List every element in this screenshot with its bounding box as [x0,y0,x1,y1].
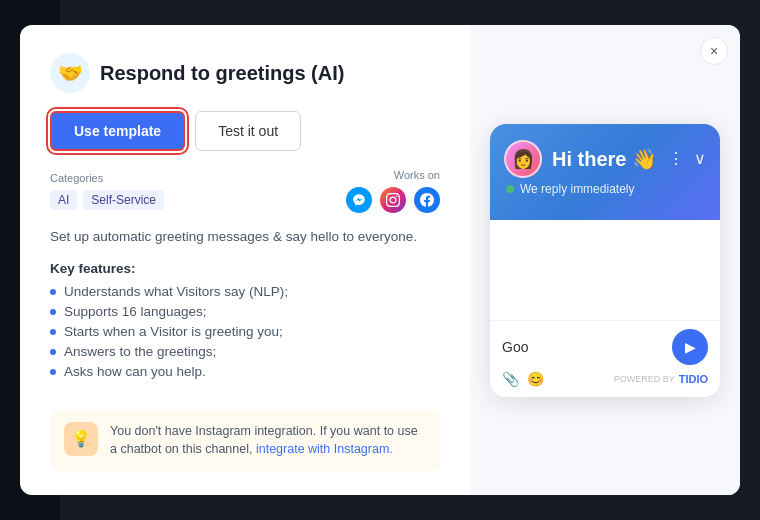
use-template-button[interactable]: Use template [50,111,185,151]
categories-label: Categories [50,172,164,184]
chat-footer: Goo ▶ 📎 😊 POWERED BY TIDIO [490,320,720,397]
modal-icon: 🤝 [50,53,90,93]
notice-icon: 💡 [64,422,98,456]
feature-item-1: Understands what Visitors say (NLP); [50,284,440,299]
features-list: Understands what Visitors say (NLP); Sup… [50,284,440,379]
messenger-icon [346,187,372,213]
chat-send-button[interactable]: ▶ [672,329,708,365]
powered-by: POWERED BY TIDIO [614,373,708,385]
facebook-icon [414,187,440,213]
feature-item-4: Answers to the greetings; [50,344,440,359]
left-panel: 🤝 Respond to greetings (AI) Use template… [20,25,470,495]
emoji-icon[interactable]: 😊 [527,371,544,387]
title-row: 🤝 Respond to greetings (AI) [50,53,440,93]
chat-header: 👩 Hi there 👋 ⋮ ∨ We reply immediately [490,124,720,220]
chat-input-value[interactable]: Goo [502,339,672,355]
chat-status: We reply immediately [504,182,706,196]
feature-item-2: Supports 16 languages; [50,304,440,319]
works-on-label: Works on [394,169,440,181]
chat-body [490,220,720,320]
chat-avatar: 👩 [504,140,542,178]
modal-overlay: × 🤝 Respond to greetings (AI) Use templa… [0,0,760,520]
chat-greeting: Hi there 👋 [552,147,668,171]
modal-title: Respond to greetings (AI) [100,62,344,85]
dots-icon[interactable]: ⋮ [668,149,684,168]
chat-emoji-row: 📎 😊 POWERED BY TIDIO [502,371,708,387]
categories-section: Categories AI Self-Service [50,172,164,210]
close-button[interactable]: × [700,37,728,65]
instagram-notice: 💡 You don't have Instagram integration. … [50,410,440,472]
description-text: Set up automatic greeting messages & say… [50,227,440,247]
chat-header-top: 👩 Hi there 👋 ⋮ ∨ [504,140,706,178]
tag-list: AI Self-Service [50,190,164,210]
modal-dialog: × 🤝 Respond to greetings (AI) Use templa… [20,25,740,495]
tidio-logo: TIDIO [679,373,708,385]
feature-item-3: Starts when a Visitor is greeting you; [50,324,440,339]
chat-header-actions: ⋮ ∨ [668,149,706,168]
instagram-link[interactable]: integrate with Instagram. [256,442,393,456]
test-it-out-button[interactable]: Test it out [195,111,301,151]
works-on-section: Works on [346,169,440,213]
status-text: We reply immediately [520,182,634,196]
tag-self-service: Self-Service [83,190,164,210]
notice-text: You don't have Instagram integration. If… [110,422,426,460]
key-features-title: Key features: [50,261,440,276]
instagram-icon [380,187,406,213]
right-panel: 👩 Hi there 👋 ⋮ ∨ We reply immediately [470,25,740,495]
meta-row: Categories AI Self-Service Works on [50,169,440,213]
attachment-icon[interactable]: 📎 [502,371,519,387]
status-indicator [506,185,514,193]
chat-preview: 👩 Hi there 👋 ⋮ ∨ We reply immediately [490,124,720,397]
feature-item-5: Asks how can you help. [50,364,440,379]
action-buttons: Use template Test it out [50,111,440,151]
chevron-down-icon[interactable]: ∨ [694,149,706,168]
channel-icons [346,187,440,213]
chat-input-row: Goo ▶ [502,329,708,365]
tag-ai: AI [50,190,77,210]
